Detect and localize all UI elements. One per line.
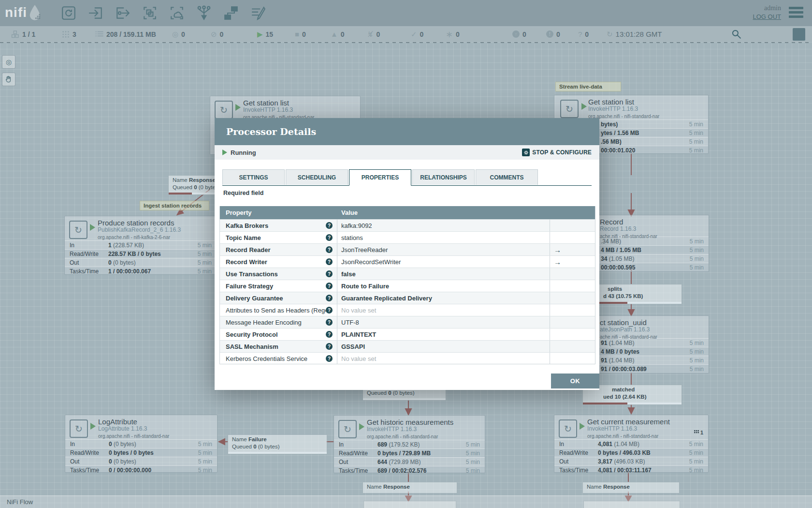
stopped-count: ■0 (295, 26, 306, 42)
help-icon[interactable]: ? (326, 234, 333, 241)
processor-type: InvokeHTTP 1.16.3 (587, 425, 704, 433)
process-group-toolbar-icon[interactable] (142, 5, 158, 21)
help-icon[interactable]: ? (326, 246, 333, 253)
go-to-service-icon[interactable]: → (554, 246, 561, 254)
table-row[interactable]: Security Protocol?PLAINTEXT (220, 328, 595, 340)
processor-title: Get current measurement (587, 418, 704, 425)
help-icon[interactable]: ? (326, 343, 333, 350)
tab-properties[interactable]: PROPERTIES (349, 169, 411, 186)
breadcrumb[interactable]: NiFi Flow (7, 498, 33, 506)
invalid-count: ▲0 (331, 26, 345, 42)
locally-modified-count: ∗0 (446, 26, 460, 42)
required-field-note: Required field (223, 190, 263, 196)
processor-icon: ↻ (69, 221, 87, 239)
help-icon[interactable]: ? (326, 307, 333, 314)
label-text: Stream live-data (559, 84, 602, 90)
run-status-text: Running (231, 149, 256, 156)
processor-type: InvokeHTTP 1.16.3 (588, 105, 704, 113)
canvas-tool-button-2[interactable] (2, 73, 15, 86)
queue-progress (583, 403, 682, 404)
status-bar: 1 / 1 3 208 / 159.11 MB ◎0 ⊘0 ▶15 ■0 ▲0 … (0, 26, 812, 42)
processor-bundle: org.apache.nifi - nifi-standard-nar (587, 433, 704, 440)
processor-bundle: org.apache.nifi - nifi-standard-nar (367, 433, 481, 440)
refresh-icon: ↻ (607, 30, 613, 38)
property-column-header: Property (220, 209, 337, 216)
logout-link[interactable]: LOG OUT (753, 13, 781, 21)
cluster-status: 1 / 1 (11, 26, 35, 42)
table-row[interactable]: Delivery Guarantee?Guarantee Replicated … (220, 292, 595, 304)
search-icon (731, 29, 741, 39)
help-icon[interactable]: ? (326, 295, 333, 301)
canvas-label-ingest-station-records[interactable]: Ingest station records (140, 201, 209, 210)
remote-process-group-toolbar-icon[interactable] (169, 5, 185, 21)
table-row[interactable]: Record Reader?JsonTreeReader→ (220, 243, 595, 255)
running-count: ▶15 (257, 26, 273, 42)
tab-relationships[interactable]: RELATIONSHIPS (412, 169, 475, 185)
last-refresh[interactable]: ↻13:01:28 GMT (607, 26, 662, 42)
user-block: admin LOG OUT (753, 4, 781, 21)
processor-type: PublishKafkaRecord_2_6 1.16.3 (98, 226, 213, 234)
label-toolbar-icon[interactable] (250, 5, 266, 21)
bulletin-panel-button[interactable] (793, 28, 805, 41)
value-column-header: Value (337, 209, 550, 216)
input-port-toolbar-icon[interactable] (88, 5, 103, 21)
modified-stale-count: !0 (546, 26, 560, 42)
target-icon: ◎ (6, 58, 12, 66)
warning-icon: ▲ (331, 30, 338, 38)
template-toolbar-icon[interactable] (223, 5, 239, 21)
transmitting-icon: ◎ (172, 30, 178, 38)
processor-title: Get station list (243, 99, 356, 106)
go-to-service-icon[interactable]: → (554, 258, 561, 266)
connection-label-response-bottom-mid[interactable]: Name Response (362, 482, 457, 493)
help-icon[interactable]: ? (326, 270, 333, 277)
tab-comments[interactable]: COMMENTS (476, 169, 538, 185)
connection-label-failure[interactable]: Name Failure Queued 0 (0 bytes) (228, 434, 327, 454)
table-row[interactable]: Failure Strategy?Route to Failure (220, 280, 595, 292)
processor-type: LogAttribute 1.16.3 (98, 425, 213, 433)
running-icon (222, 149, 227, 155)
queued-stats: 208 / 159.11 MB (95, 26, 156, 42)
processor-title: Get station list (588, 98, 704, 105)
stop-and-configure-button[interactable]: STOP & CONFIGURE (522, 149, 592, 156)
funnel-toolbar-icon[interactable] (196, 5, 212, 21)
table-row[interactable]: Kerberos Credentials Service?No value se… (220, 352, 595, 364)
table-row[interactable]: Record Writer?JsonRecordSetWriter→ (220, 255, 595, 268)
canvas-tool-button-1[interactable]: ◎ (2, 55, 15, 69)
help-icon[interactable]: ? (326, 331, 333, 338)
threads-icon (62, 30, 70, 38)
global-menu-icon[interactable] (789, 7, 803, 20)
running-icon (359, 423, 364, 430)
table-row[interactable]: SASL Mechanism?GSSAPI (220, 340, 595, 352)
tab-settings[interactable]: SETTINGS (222, 169, 285, 185)
processor-bundle: org.apache.nifi - nifi-standard-nar (588, 113, 704, 120)
processor-type: ateJsonPath 1.16.3 (600, 326, 705, 333)
up-to-date-count: ✓0 (411, 26, 423, 42)
table-row[interactable]: Message Header Encoding?UTF-8 (220, 316, 595, 328)
table-row[interactable]: Topic Name?stations (220, 231, 595, 243)
connection-label-response-bottom-right[interactable]: Name Response (582, 482, 680, 493)
nifi-app: ◎ ↻ Get station list InvokeHTTP 1.16.3 o… (0, 0, 812, 508)
ok-button[interactable]: OK (551, 374, 599, 388)
search-button[interactable] (731, 29, 741, 41)
output-port-toolbar-icon[interactable] (115, 5, 130, 21)
help-icon[interactable]: ? (326, 283, 333, 289)
table-row[interactable]: Use Transactions?false (220, 268, 595, 280)
help-icon[interactable]: ? (326, 355, 333, 362)
help-icon[interactable]: ? (326, 258, 333, 265)
running-icon (580, 423, 585, 430)
help-icon[interactable]: ? (326, 222, 333, 229)
processor-log-attribute[interactable]: ↻ LogAttribute LogAttribute 1.16.3 org.a… (65, 415, 218, 473)
canvas-label-stream-live-data[interactable]: Stream live-data (555, 82, 621, 91)
table-row[interactable]: Kafka Brokers?kafka:9092 (220, 219, 595, 231)
processor-get-historic-measurements[interactable]: ↻ Get historic measurements InvokeHTTP 1… (334, 415, 485, 473)
processor-title: Record (600, 218, 705, 225)
help-icon[interactable]: ? (326, 319, 333, 326)
processor-icon: ↻ (215, 101, 233, 119)
processor-type: InvokeHTTP 1.16.3 (243, 106, 356, 114)
tab-scheduling[interactable]: SCHEDULING (286, 169, 348, 185)
processor-get-current-measurement[interactable]: ↻ Get current measurement InvokeHTTP 1.1… (554, 415, 709, 473)
processor-toolbar-icon[interactable] (61, 5, 76, 21)
processor-details-dialog: Processor Details Running STOP & CONFIGU… (215, 118, 599, 390)
processor-produce-station-records[interactable]: ↻ Produce station records PublishKafkaRe… (64, 216, 217, 275)
table-row[interactable]: Attributes to Send as Headers (Regex)?No… (220, 304, 595, 316)
